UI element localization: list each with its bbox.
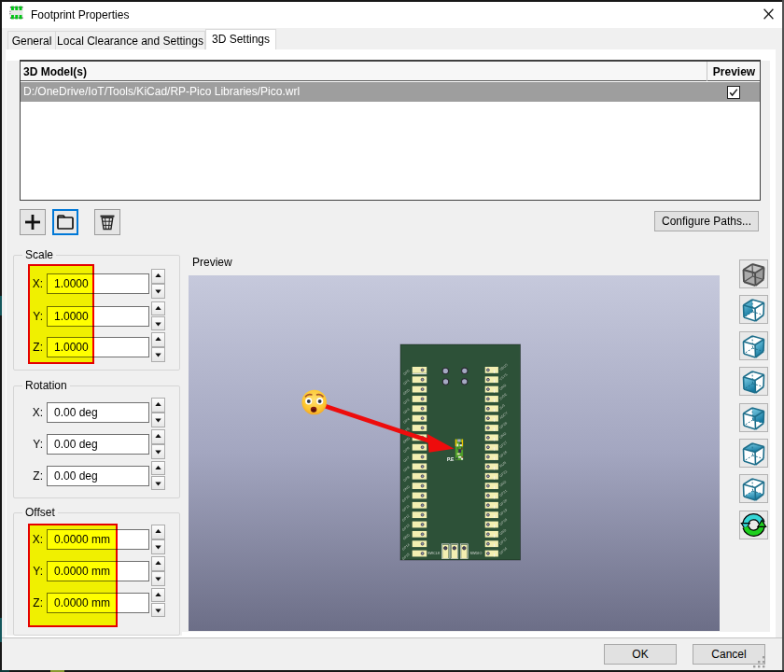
svg-text:SWCLK: SWCLK <box>427 552 441 555</box>
svg-text:SWDIO: SWDIO <box>470 552 483 555</box>
svg-text:P.E: P.E <box>447 456 455 462</box>
